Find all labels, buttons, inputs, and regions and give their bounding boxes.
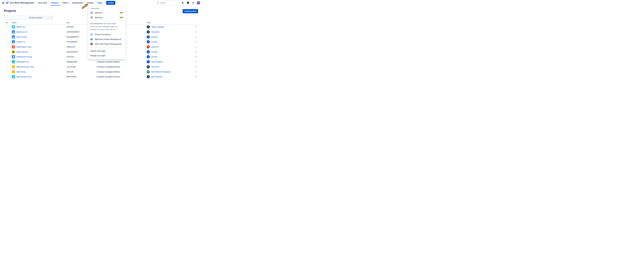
app-switcher-button[interactable]: [1, 1, 5, 5]
nav-item-people[interactable]: People: [86, 0, 96, 6]
project-search-box[interactable]: [4, 15, 26, 19]
project-search-input[interactable]: [5, 16, 28, 19]
row-more-button[interactable]: •••: [194, 31, 198, 33]
lead-link[interactable]: Ben Warwick-Champion: [151, 71, 171, 73]
create-button[interactable]: Create: [106, 1, 115, 5]
env-badge: DEV: [120, 16, 124, 18]
star-icon[interactable]: ☆: [4, 26, 10, 28]
notifications-button[interactable]: [181, 1, 184, 4]
project-icon-cloud: [12, 55, 15, 58]
star-icon[interactable]: ☆: [4, 65, 10, 68]
lead-link[interactable]: eva.lien: [151, 56, 158, 58]
atlas-crm-icon: [90, 43, 93, 45]
row-more-button[interactable]: •••: [194, 46, 198, 48]
star-icon[interactable]: ☆: [4, 41, 10, 43]
lead-avatar: E: [147, 35, 150, 38]
lead-link[interactable]: phan.kim: [151, 46, 159, 48]
project-name-link[interactable]: Adecej Group: [16, 51, 28, 53]
create-project-button[interactable]: Create project: [183, 9, 198, 13]
top-navigation-bar: Jira Work Management Your work Projects …: [0, 0, 202, 6]
row-more-button[interactable]: •••: [194, 41, 198, 43]
lead-column-header[interactable]: Lead: [147, 22, 194, 23]
project-name-link[interactable]: Abinaka & Co.: [16, 31, 28, 33]
gear-icon: ⚙: [192, 1, 194, 4]
star-icon[interactable]: ☆: [4, 31, 10, 33]
filter-bar: All Jira products: [4, 15, 54, 19]
lead-avatar: E: [147, 55, 150, 58]
project-icon-mountain: [12, 40, 15, 43]
lead-link[interactable]: taha.kandamir: [151, 61, 163, 63]
row-more-button[interactable]: •••: [194, 26, 198, 28]
project-key: DQEMGUBD: [66, 61, 97, 63]
project-type: Company-managed software: [97, 71, 147, 73]
menu-item-optimizer-dev[interactable]: Optimizer DEV: [88, 15, 126, 20]
lead-link[interactable]: eva.lien: [151, 41, 158, 43]
explore-more-apps-link[interactable]: Explore more apps: [88, 49, 126, 53]
project-name-link[interactable]: Afietoguphi Ltd.: [16, 61, 29, 63]
user-avatar[interactable]: JR: [197, 1, 200, 4]
star-column-header[interactable]: ★: [4, 22, 10, 24]
settings-button[interactable]: ⚙: [192, 1, 195, 4]
lead-avatar: J: [147, 75, 150, 78]
star-icon[interactable]: ☆: [4, 46, 10, 48]
project-name-link[interactable]: Agvacfunowu & Co.: [16, 76, 32, 78]
star-icon[interactable]: ☆: [4, 61, 10, 63]
row-more-button[interactable]: •••: [194, 61, 198, 62]
star-icon[interactable]: ☆: [4, 36, 10, 38]
project-name-link[interactable]: Afeubourjow Group: [16, 56, 32, 58]
nav-item-apps[interactable]: Apps: [96, 0, 105, 6]
name-column-header[interactable]: Name: [10, 22, 66, 23]
row-more-button[interactable]: •••: [194, 71, 198, 73]
row-more-button[interactable]: •••: [194, 56, 198, 57]
global-search-input[interactable]: [160, 2, 176, 4]
project-name-link[interactable]: Abilohi Ltd.: [16, 26, 25, 28]
chevron-down-icon: [94, 3, 95, 3]
product-filter-dropdown[interactable]: All Jira products: [28, 15, 54, 19]
nav-item-your-work[interactable]: Your work: [37, 0, 50, 6]
star-icon[interactable]: ☆: [4, 75, 10, 78]
project-type: Company-managed business: [97, 66, 147, 68]
star-icon[interactable]: ☆: [4, 51, 10, 53]
project-name-link[interactable]: Agfo Group: [16, 71, 26, 73]
lead-avatar: F: [147, 65, 150, 68]
row-more-button[interactable]: •••: [194, 66, 198, 68]
jira-logo[interactable]: Jira Work Management: [6, 1, 34, 4]
recommended-description: Ship faster with marketplace apps that i…: [88, 25, 126, 31]
project-key: MWTSCDM: [66, 76, 97, 78]
menu-item-optimizer-stg[interactable]: Optimizer STG: [88, 10, 126, 15]
project-name-link[interactable]: Agezenacbunoc Corp.: [16, 66, 34, 68]
menu-item-bigpicture[interactable]: BigPicture (Project Management): [88, 37, 126, 41]
project-icon-notes: [12, 25, 15, 28]
lead-link[interactable]: jane.rotanson: [151, 76, 162, 78]
global-search-box[interactable]: [156, 1, 179, 5]
help-button[interactable]: ?: [186, 1, 190, 4]
lead-link[interactable]: fran.perez: [151, 31, 160, 33]
menu-item-power-bi[interactable]: Power BI (Analytics): [88, 32, 126, 37]
env-badge: STG: [120, 12, 124, 14]
menu-item-atlas-crm[interactable]: Atlas CRM (Project Management): [88, 41, 126, 46]
lead-link[interactable]: zlatica.chalupka: [151, 26, 164, 28]
lead-link[interactable]: eva.lien: [151, 36, 158, 38]
row-more-button[interactable]: •••: [194, 36, 198, 38]
manage-your-apps-link[interactable]: Manage your apps: [88, 53, 126, 58]
chevron-down-icon: [103, 3, 104, 3]
project-icon-mountain: [12, 35, 15, 38]
star-icon[interactable]: ☆: [4, 56, 10, 58]
project-type: Company-managed software: [97, 61, 147, 63]
nav-item-filters[interactable]: Filters: [61, 0, 71, 6]
recommended-section-label: RECOMMENDED FOR YOUR TEAM: [88, 23, 126, 24]
star-icon[interactable]: ☆: [4, 70, 10, 73]
nav-item-projects[interactable]: Projects: [50, 0, 61, 6]
lead-link[interactable]: eva.lien: [151, 51, 158, 53]
sort-icon: [16, 22, 18, 23]
nav-item-dashboards[interactable]: Dashboards: [71, 0, 86, 6]
project-name-link[interactable]: Adasotfopizo Corp.: [16, 46, 32, 48]
project-icon-mountain: [12, 30, 15, 33]
row-more-button[interactable]: •••: [194, 76, 198, 77]
project-name-link[interactable]: Acwem Inc.: [16, 41, 26, 43]
row-more-button[interactable]: •••: [194, 51, 198, 53]
lead-link[interactable]: fran.perez: [151, 66, 160, 68]
lead-avatar: BW: [147, 70, 150, 73]
project-icon-lifebuoy: [12, 75, 15, 78]
project-name-link[interactable]: Abton Group: [16, 36, 26, 38]
